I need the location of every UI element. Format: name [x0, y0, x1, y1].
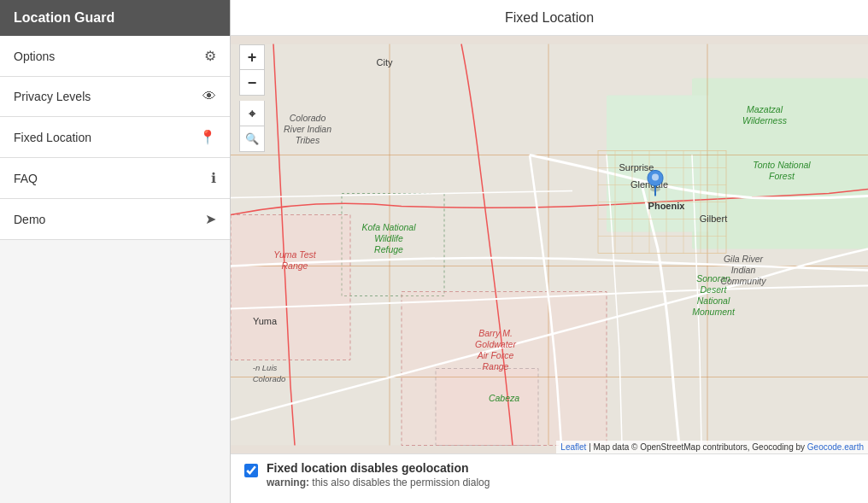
svg-text:Colorado: Colorado — [253, 374, 286, 383]
info-warning: warning: this also disables the permissi… — [267, 477, 490, 488]
info-icon: ℹ — [211, 170, 216, 186]
search-button[interactable]: 🔍 — [239, 126, 265, 152]
svg-text:Wilderness: Wilderness — [742, 115, 788, 126]
svg-text:Colorado: Colorado — [290, 113, 326, 123]
zoom-out-button[interactable]: − — [239, 70, 265, 96]
sidebar-item-privacy-levels[interactable]: Privacy Levels 👁 — [0, 77, 230, 117]
arrow-icon: ➤ — [205, 211, 216, 227]
warning-label: warning: — [267, 477, 309, 488]
app-container: Location Guard Options ⚙ Privacy Levels … — [0, 0, 868, 503]
sidebar-item-fixed-location[interactable]: Fixed Location 📍 — [0, 117, 230, 158]
svg-text:Community: Community — [720, 276, 766, 286]
sidebar-item-options[interactable]: Options ⚙ — [0, 36, 230, 77]
info-bar: Fixed location disables geolocation warn… — [231, 453, 868, 503]
main-header: Fixed Location — [231, 0, 868, 36]
svg-rect-4 — [231, 215, 350, 360]
svg-text:Gilbert: Gilbert — [700, 213, 727, 224]
map-data-text: | Map data © OpenStreetMap contributors,… — [589, 442, 807, 452]
svg-text:Forest: Forest — [769, 171, 795, 181]
sidebar-item-faq-label: FAQ — [14, 172, 38, 185]
svg-text:Cabeza: Cabeza — [489, 393, 519, 403]
svg-text:Yuma Test: Yuma Test — [273, 249, 316, 260]
svg-text:-n Luis: -n Luis — [253, 363, 278, 372]
svg-text:Yuma: Yuma — [253, 316, 278, 326]
svg-text:Phoenix: Phoenix — [648, 201, 686, 211]
map-wrapper[interactable]: City Surprise Glendale Phoenix Gilbert Y… — [231, 36, 868, 453]
gear-icon: ⚙ — [204, 48, 216, 64]
svg-text:Refuge: Refuge — [374, 244, 403, 254]
fixed-location-checkbox[interactable] — [244, 464, 258, 477]
svg-text:Mazatzal: Mazatzal — [747, 104, 783, 114]
sidebar-item-faq[interactable]: FAQ ℹ — [0, 158, 230, 199]
svg-text:Indian: Indian — [731, 265, 756, 275]
info-title: Fixed location disables geolocation — [267, 461, 490, 475]
map-attribution: Leaflet | Map data © OpenStreetMap contr… — [556, 441, 868, 453]
sidebar-header: Location Guard — [0, 0, 230, 36]
sidebar-title: Location Guard — [14, 10, 114, 26]
svg-text:Air Force: Air Force — [477, 350, 514, 360]
sidebar: Location Guard Options ⚙ Privacy Levels … — [0, 0, 231, 503]
sidebar-item-fixed-location-label: Fixed Location — [14, 131, 91, 144]
svg-text:Range: Range — [483, 361, 509, 371]
svg-text:Monument: Monument — [692, 307, 736, 317]
eye-icon: 👁 — [202, 89, 216, 104]
svg-text:Goldwater: Goldwater — [475, 339, 516, 349]
pin-icon: 📍 — [199, 129, 216, 145]
geocode-link[interactable]: Geocode.earth — [807, 442, 864, 452]
svg-text:City: City — [377, 57, 393, 67]
leaflet-link[interactable]: Leaflet — [560, 442, 586, 452]
locate-button[interactable]: ⌖ — [239, 101, 265, 126]
svg-text:River Indian: River Indian — [284, 124, 331, 134]
svg-text:Gila River: Gila River — [724, 254, 764, 264]
svg-text:Barry M.: Barry M. — [478, 328, 513, 338]
svg-text:Surprise: Surprise — [619, 162, 654, 173]
map-controls: + − ⌖ 🔍 — [239, 44, 265, 152]
svg-text:Tribes: Tribes — [296, 135, 320, 145]
svg-text:Kofa National: Kofa National — [361, 222, 416, 232]
sidebar-item-demo-label: Demo — [14, 213, 45, 226]
main-content: Fixed Location — [231, 0, 868, 503]
svg-text:National: National — [697, 295, 730, 306]
page-title: Fixed Location — [505, 10, 594, 26]
svg-text:Range: Range — [282, 260, 308, 271]
warning-text: this also disables the permission dialog — [309, 477, 490, 488]
svg-text:Wildlife: Wildlife — [374, 233, 403, 243]
svg-rect-6 — [436, 369, 538, 446]
sidebar-item-options-label: Options — [14, 50, 55, 63]
info-text: Fixed location disables geolocation warn… — [267, 461, 490, 488]
svg-point-59 — [652, 174, 659, 181]
zoom-in-button[interactable]: + — [239, 44, 265, 70]
map-svg: City Surprise Glendale Phoenix Gilbert Y… — [231, 36, 868, 453]
sidebar-item-privacy-levels-label: Privacy Levels — [14, 90, 91, 103]
svg-text:Tonto National: Tonto National — [753, 160, 811, 170]
sidebar-item-demo[interactable]: Demo ➤ — [0, 199, 230, 240]
